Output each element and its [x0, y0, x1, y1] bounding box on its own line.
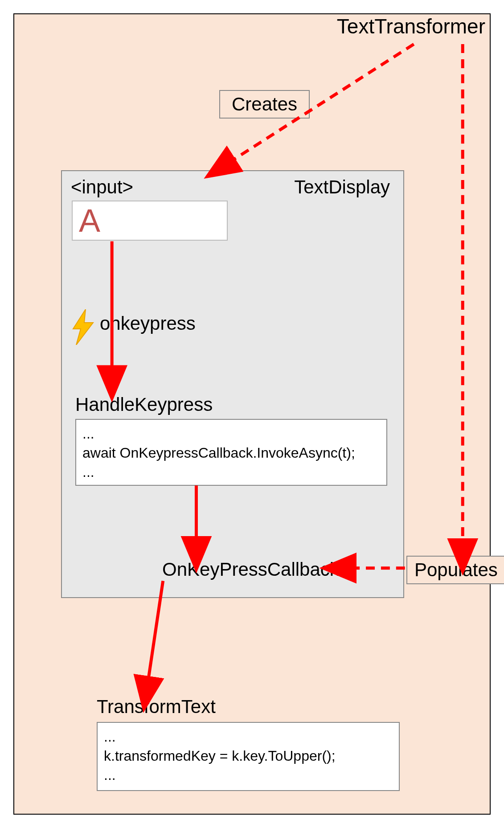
text-display-title: TextDisplay [294, 176, 390, 198]
lightning-icon [71, 309, 95, 347]
transform-text-code: ... k.transformedKey = k.key.ToUpper(); … [97, 722, 400, 791]
onkeypress-label: onkeypress [100, 313, 196, 334]
transform-text-label: TransformText [97, 696, 216, 717]
input-tag-label: <input> [71, 176, 133, 198]
input-field: A [72, 201, 228, 241]
creates-label: Creates [219, 90, 310, 119]
text-transformer-title: TextTransformer [337, 14, 485, 38]
text-transformer-box: TextTransformer Creates <input> TextDisp… [13, 13, 491, 815]
onkeypress-callback-label: OnKeyPressCallback [162, 559, 339, 580]
diagram-canvas: TextTransformer Creates <input> TextDisp… [0, 0, 504, 828]
text-display-box: <input> TextDisplay A onkeypress HandleK… [61, 170, 404, 598]
svg-marker-0 [73, 309, 93, 345]
handle-keypress-code: ... await OnKeypressCallback.InvokeAsync… [75, 419, 387, 486]
populates-label: Populates [406, 556, 504, 584]
handle-keypress-label: HandleKeypress [75, 394, 213, 415]
